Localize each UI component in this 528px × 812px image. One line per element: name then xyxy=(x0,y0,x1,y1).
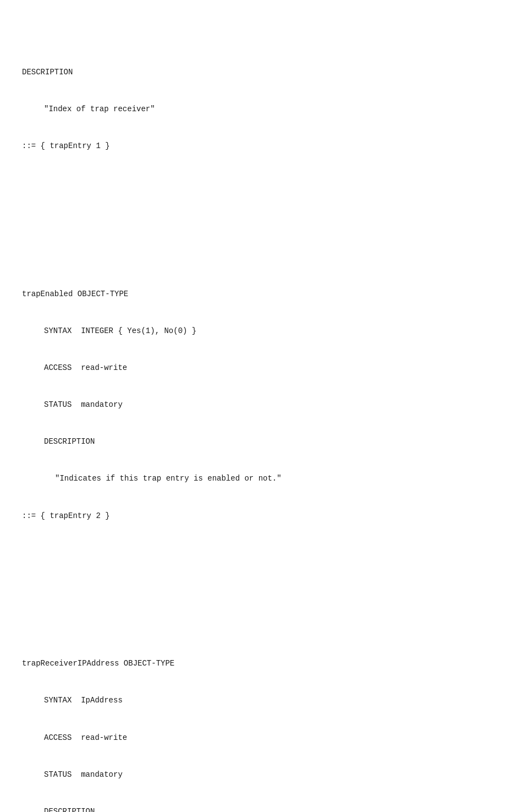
trap-entry-2-assign: ::= { trapEntry 2 } xyxy=(22,510,506,522)
trap-receiver-ip-type: trapReceiverIPAddress OBJECT-TYPE xyxy=(22,657,506,669)
trap-receiver-ip-access: ACCESS read-write xyxy=(22,732,506,744)
trap-enabled-type: trapEnabled OBJECT-TYPE xyxy=(22,288,506,300)
trap-enabled-syntax: SYNTAX INTEGER { Yes(1), No(0) } xyxy=(22,325,506,337)
trap-enabled-description-value: "Indicates if this trap entry is enabled… xyxy=(22,472,506,484)
description-label: DESCRIPTION xyxy=(22,66,506,78)
trap-enabled-status: STATUS mandatory xyxy=(22,399,506,411)
code-block: DESCRIPTION "Index of trap receiver" ::=… xyxy=(22,17,506,812)
trap-receiver-ip-description-label: DESCRIPTION xyxy=(22,805,506,812)
trap-entry-1-assign: ::= { trapEntry 1 } xyxy=(22,140,506,152)
trap-enabled-description-label: DESCRIPTION xyxy=(22,435,506,448)
trap-receiver-ip-syntax: SYNTAX IpAddress xyxy=(22,694,506,706)
page-content: DESCRIPTION "Index of trap receiver" ::=… xyxy=(0,0,528,812)
description-value: "Index of trap receiver" xyxy=(22,103,506,115)
trap-enabled-access: ACCESS read-write xyxy=(22,362,506,374)
trap-receiver-ip-status: STATUS mandatory xyxy=(22,769,506,781)
